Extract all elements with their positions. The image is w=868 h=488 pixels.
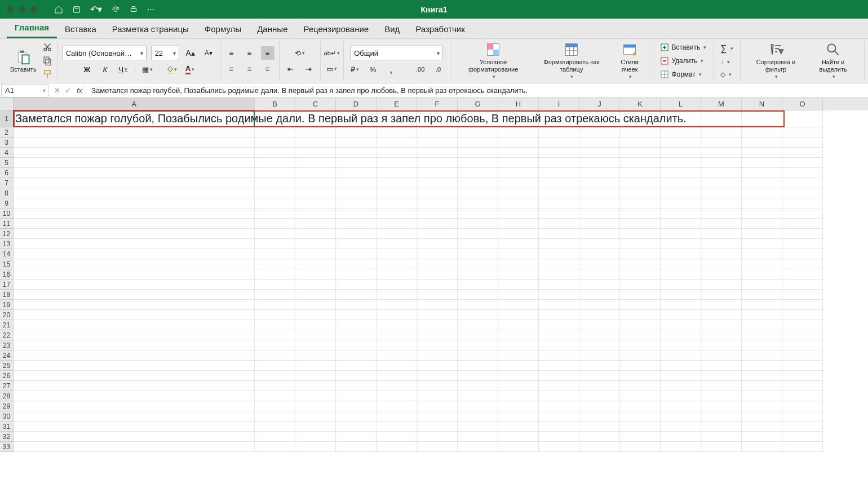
cell[interactable]	[782, 229, 823, 239]
cell[interactable]	[377, 249, 417, 259]
sort-filter-button[interactable]: Сортировка и фильтр	[745, 41, 807, 81]
cell[interactable]	[498, 300, 539, 310]
cell[interactable]	[539, 432, 579, 442]
cell[interactable]	[701, 290, 742, 300]
cut-icon[interactable]	[42, 42, 52, 52]
cell[interactable]	[255, 432, 295, 442]
cell[interactable]	[336, 340, 377, 351]
cell[interactable]	[458, 158, 498, 168]
cell[interactable]	[661, 208, 701, 219]
cell[interactable]	[295, 351, 336, 361]
tab-Главная[interactable]: Главная	[7, 18, 57, 38]
cell[interactable]	[579, 239, 620, 249]
cell[interactable]	[14, 330, 255, 340]
cell[interactable]	[539, 442, 579, 452]
cell[interactable]	[579, 361, 620, 371]
cell[interactable]	[539, 381, 579, 391]
cell[interactable]	[498, 401, 539, 411]
cell[interactable]	[539, 158, 579, 168]
column-headers[interactable]: ABCDEFGHIJKLMNO	[14, 98, 868, 110]
row-header[interactable]: 26	[0, 371, 14, 381]
cell[interactable]	[377, 432, 417, 442]
cell[interactable]	[417, 401, 458, 411]
cell[interactable]	[701, 422, 742, 432]
cell[interactable]	[742, 259, 782, 269]
cell[interactable]	[255, 188, 295, 198]
cell[interactable]	[458, 229, 498, 239]
cell[interactable]	[782, 259, 823, 269]
cell[interactable]	[417, 361, 458, 371]
row-header[interactable]: 33	[0, 442, 14, 452]
cell[interactable]	[782, 198, 823, 208]
enter-formula-icon[interactable]: ✓	[65, 86, 71, 95]
save-icon[interactable]	[72, 5, 81, 14]
cell[interactable]	[255, 280, 295, 290]
cell[interactable]	[14, 229, 255, 239]
col-header[interactable]: G	[458, 98, 498, 110]
cell[interactable]	[661, 432, 701, 442]
cell[interactable]	[661, 351, 701, 361]
increase-font-icon[interactable]: A▴	[184, 46, 197, 60]
format-cells-button[interactable]: Формат	[658, 69, 704, 80]
col-header[interactable]: D	[336, 98, 377, 110]
cell[interactable]	[661, 259, 701, 269]
cell[interactable]	[458, 361, 498, 371]
increase-indent-icon[interactable]: ⇥	[302, 62, 316, 76]
cell[interactable]	[377, 310, 417, 320]
col-header[interactable]: I	[539, 98, 579, 110]
cell[interactable]	[701, 371, 742, 381]
cell[interactable]	[458, 280, 498, 290]
cell[interactable]	[14, 148, 255, 158]
row-header[interactable]: 11	[0, 219, 14, 229]
cell[interactable]	[255, 361, 295, 371]
cell[interactable]	[782, 219, 823, 229]
cell[interactable]	[295, 229, 336, 239]
cell[interactable]	[579, 330, 620, 340]
cell[interactable]	[498, 208, 539, 219]
cell[interactable]	[661, 249, 701, 259]
cell[interactable]	[377, 239, 417, 249]
cell[interactable]	[620, 361, 661, 371]
cell[interactable]	[539, 249, 579, 259]
cell[interactable]	[417, 259, 458, 269]
cell[interactable]	[579, 300, 620, 310]
cell[interactable]	[579, 198, 620, 208]
cell[interactable]	[377, 351, 417, 361]
cell[interactable]	[458, 178, 498, 188]
cell[interactable]	[661, 219, 701, 229]
cell[interactable]	[782, 280, 823, 290]
cell[interactable]	[742, 178, 782, 188]
tab-Рецензирование[interactable]: Рецензирование	[295, 20, 377, 38]
cell[interactable]	[295, 259, 336, 269]
cell[interactable]	[782, 249, 823, 259]
cell[interactable]	[782, 300, 823, 310]
cell[interactable]	[661, 381, 701, 391]
cell[interactable]	[620, 300, 661, 310]
cell[interactable]	[742, 168, 782, 178]
cell[interactable]	[701, 198, 742, 208]
col-header[interactable]: B	[255, 98, 295, 110]
cell[interactable]	[498, 269, 539, 280]
cell[interactable]	[377, 219, 417, 229]
cell[interactable]	[458, 391, 498, 401]
cell[interactable]	[336, 168, 377, 178]
cell[interactable]	[336, 178, 377, 188]
cell[interactable]	[417, 148, 458, 158]
cell[interactable]	[579, 401, 620, 411]
cell[interactable]	[701, 310, 742, 320]
cell[interactable]	[336, 239, 377, 249]
align-left-icon[interactable]: ≡	[225, 62, 238, 76]
cell[interactable]	[620, 330, 661, 340]
cell[interactable]	[579, 391, 620, 401]
cell[interactable]	[701, 188, 742, 198]
cell[interactable]	[255, 229, 295, 239]
cell[interactable]	[742, 137, 782, 148]
cell[interactable]	[701, 340, 742, 351]
cell[interactable]	[377, 401, 417, 411]
cell[interactable]	[782, 178, 823, 188]
cell[interactable]	[417, 290, 458, 300]
cell[interactable]	[782, 442, 823, 452]
cell[interactable]	[417, 300, 458, 310]
cell[interactable]	[579, 340, 620, 351]
cell[interactable]	[295, 442, 336, 452]
